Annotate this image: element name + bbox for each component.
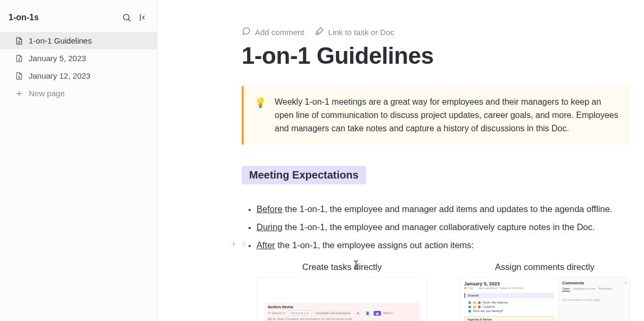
sidebar-header: 1-on-1s (0, 9, 157, 32)
bullet-keyword: During (257, 222, 283, 232)
sidebar-item-guidelines[interactable]: 1-on-1 Guidelines (0, 32, 157, 49)
tasks-thumbnail[interactable]: Action Items To directly cr Personal Lis… (257, 277, 427, 321)
chevron-right-icon: » (625, 281, 627, 285)
preview-agenda: Agenda & Notes (464, 316, 554, 321)
add-comment-button[interactable]: Add comment (242, 27, 304, 37)
column-heading[interactable]: Assign comments directly (459, 262, 630, 272)
task-card: Action Items To directly cr Personal Lis… (265, 302, 419, 321)
preview-overall: Overall (464, 293, 554, 298)
list-item[interactable]: During the 1-on-1, the employee and mana… (257, 218, 630, 236)
comments-title: Comments (562, 281, 626, 285)
comments-tab: Assigned to me (573, 287, 595, 292)
sidebar-item-jan12[interactable]: January 12, 2023 (0, 67, 157, 85)
list-item[interactable]: After the 1-on-1, the employee assigns o… (257, 236, 630, 255)
preview-row: Work–life balance (483, 301, 508, 304)
workspace-title: 1-on-1s (9, 13, 39, 22)
task-list-pill: Personal List (288, 310, 312, 316)
bullet-text: the 1-on-1, the employee and manager add… (283, 204, 613, 214)
column-right: Assign comments directly January 5, 2023… (459, 262, 630, 321)
list-item[interactable]: Before the 1-on-1, the employee and mana… (257, 200, 630, 218)
text-cursor-icon (353, 260, 354, 268)
task-card-subtitle: To directly cr (268, 311, 286, 315)
bulb-icon: 💡 (254, 96, 266, 135)
bullet-text: the 1-on-1, the employee assigns out act… (275, 240, 474, 250)
sidebar-item-label: 1-on-1 Guidelines (29, 36, 92, 45)
sidebar-item-label: January 5, 2023 (29, 54, 86, 63)
bullet-keyword: Before (257, 204, 283, 214)
comments-tabs: Open Assigned to me Resolved (562, 287, 626, 292)
svg-point-13 (243, 242, 244, 243)
page-icon (15, 54, 23, 63)
collapse-sidebar-icon[interactable] (137, 12, 148, 23)
task-user: @Lily Chen (268, 317, 284, 320)
column-left: Create tasks directly Action Items To di… (257, 262, 427, 321)
plus-icon (15, 89, 23, 98)
preview-row: How are you feeling? (473, 309, 503, 312)
task-menu: MENU (383, 311, 393, 315)
comments-thumbnail[interactable]: January 5, 2023 You Last Updated: Today … (459, 277, 630, 321)
callout-text: Weekly 1-on-1 meetings are a great way f… (275, 96, 620, 135)
svg-point-18 (245, 246, 246, 247)
link-icon (315, 27, 324, 37)
comments-tab: Open (562, 287, 570, 292)
comments-tab: Resolved (598, 287, 612, 292)
document: Add comment Link to task or Doc 1-on-1 G… (242, 0, 630, 321)
preview-date: January 5, 2023 (464, 281, 554, 286)
preview-you: You (468, 286, 473, 290)
task-card-title: Action Items (268, 305, 293, 309)
page-title[interactable]: 1-on-1 Guidelines (242, 43, 630, 69)
task-subtext: Complete self-evaluation for performance… (285, 317, 352, 320)
comments-empty: No comments on this page (562, 298, 626, 301)
task-text: complete self-evaluation (313, 311, 352, 315)
doc-actions: Add comment Link to task or Doc (242, 27, 630, 37)
add-comment-label: Add comment (255, 28, 304, 37)
section-heading-wrap: Meeting Expectations (242, 166, 630, 200)
svg-point-14 (245, 242, 246, 243)
bullet-text: the 1-on-1, the employee and manager col… (283, 222, 595, 232)
page-icon (15, 37, 23, 45)
comment-icon (242, 27, 251, 37)
preview-row: Capacity (483, 305, 495, 308)
link-task-label: Link to task or Doc (328, 28, 394, 37)
callout[interactable]: 💡 Weekly 1-on-1 meetings are a great way… (242, 86, 630, 145)
add-block-icon[interactable] (230, 239, 237, 251)
sidebar-item-label: January 12, 2023 (29, 71, 90, 80)
section-heading[interactable]: Meeting Expectations (242, 166, 366, 184)
new-page-label: New page (29, 89, 65, 98)
doc-preview: January 5, 2023 You Last Updated: Today … (460, 278, 558, 321)
new-page-button[interactable]: New page (0, 85, 157, 102)
bullet-keyword: After (257, 240, 275, 250)
block-hover-controls (230, 239, 248, 251)
link-task-button[interactable]: Link to task or Doc (315, 27, 394, 37)
bullet-list: Before the 1-on-1, the employee and mana… (242, 200, 630, 255)
preview-updated: Last Updated: Today at 9:14 am (478, 286, 523, 290)
column-heading[interactable]: Create tasks directly (257, 262, 427, 272)
search-icon[interactable] (121, 12, 133, 23)
sidebar-item-jan5[interactable]: January 5, 2023 (0, 49, 157, 67)
svg-line-1 (128, 19, 130, 21)
page-icon (15, 72, 23, 80)
comments-preview: » Comments Open Assigned to me Resolved … (558, 278, 630, 321)
columns: Create tasks directly Action Items To di… (242, 262, 630, 321)
svg-point-15 (243, 243, 244, 244)
sidebar-header-actions (121, 12, 148, 23)
svg-point-17 (243, 246, 244, 247)
svg-point-16 (245, 243, 246, 244)
drag-handle-icon[interactable] (241, 239, 248, 251)
sidebar: 1-on-1s 1-on-1 Guidelines January 5, 202… (0, 0, 158, 321)
main-content: Add comment Link to task or Doc 1-on-1 G… (158, 0, 644, 321)
